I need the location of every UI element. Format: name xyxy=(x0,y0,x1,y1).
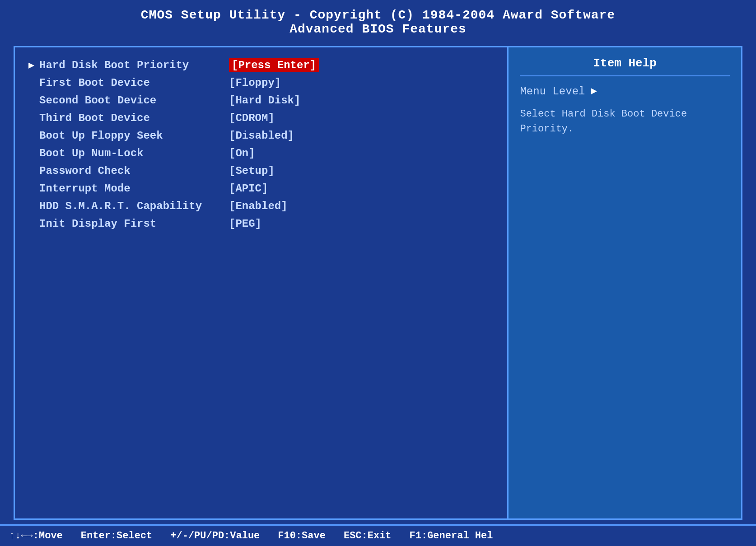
menu-container: ▶Hard Disk Boot Priority[Press Enter] Fi… xyxy=(28,56,494,233)
help-text: Select Hard Disk Boot Device Priority. xyxy=(520,107,730,136)
menu-item-3[interactable]: Third Boot Device[CDROM] xyxy=(28,109,494,127)
footer-key-exit: ESC:Exit xyxy=(344,530,392,541)
footer: ↑↓←→:Move Enter:Select +/-/PU/PD:Value F… xyxy=(0,524,756,546)
footer-key-help: F1:General Hel xyxy=(410,530,493,541)
footer-enter: Enter:Select xyxy=(81,530,152,541)
menu-label-3: Third Boot Device xyxy=(39,112,229,124)
menu-value-0: [Press Enter] xyxy=(229,59,319,71)
menu-item-5[interactable]: Boot Up Num-Lock[On] xyxy=(28,145,494,162)
menu-arrow-0: ▶ xyxy=(28,59,39,71)
menu-item-8[interactable]: HDD S.M.A.R.T. Capability[Enabled] xyxy=(28,197,494,215)
menu-label-2: Second Boot Device xyxy=(39,94,229,107)
menu-item-6[interactable]: Password Check[Setup] xyxy=(28,162,494,180)
header-title: CMOS Setup Utility - Copyright (C) 1984-… xyxy=(0,8,756,22)
menu-value-highlighted-0: [Press Enter] xyxy=(229,58,319,72)
left-pane: ▶Hard Disk Boot Priority[Press Enter] Fi… xyxy=(15,47,509,518)
footer-key-enter: Enter:Select xyxy=(81,530,152,541)
menu-label-9: Init Display First xyxy=(39,218,229,230)
menu-value-4: [Disabled] xyxy=(229,130,294,142)
footer-key-move: ↑↓←→:Move xyxy=(9,530,63,541)
bios-screen: CMOS Setup Utility - Copyright (C) 1984-… xyxy=(0,0,756,546)
menu-item-1[interactable]: First Boot Device[Floppy] xyxy=(28,74,494,92)
footer-value: +/-/PU/PD:Value xyxy=(170,530,260,541)
menu-value-5: [On] xyxy=(229,147,255,159)
footer-save: F10:Save xyxy=(278,530,326,541)
menu-item-7[interactable]: Interrupt Mode[APIC] xyxy=(28,180,494,197)
footer-key-value: +/-/PU/PD:Value xyxy=(170,530,260,541)
main-content: ▶Hard Disk Boot Priority[Press Enter] Fi… xyxy=(0,42,756,524)
header-subtitle: Advanced BIOS Features xyxy=(0,22,756,36)
footer-move: ↑↓←→:Move xyxy=(9,530,63,541)
footer-exit: ESC:Exit xyxy=(344,530,392,541)
menu-item-2[interactable]: Second Boot Device[Hard Disk] xyxy=(28,92,494,109)
menu-item-0[interactable]: ▶Hard Disk Boot Priority[Press Enter] xyxy=(28,56,494,74)
footer-key-save: F10:Save xyxy=(278,530,326,541)
menu-item-9[interactable]: Init Display First[PEG] xyxy=(28,215,494,233)
help-panel-title: Item Help xyxy=(520,56,730,76)
menu-label-5: Boot Up Num-Lock xyxy=(39,147,229,159)
menu-label-0: Hard Disk Boot Priority xyxy=(39,59,229,71)
footer-help: F1:General Hel xyxy=(410,530,493,541)
menu-level-row: Menu Level ► xyxy=(520,85,730,98)
menu-label-7: Interrupt Mode xyxy=(39,182,229,195)
menu-level-label: Menu Level xyxy=(520,85,585,98)
menu-label-8: HDD S.M.A.R.T. Capability xyxy=(39,200,229,212)
menu-value-9: [PEG] xyxy=(229,218,261,230)
menu-value-2: [Hard Disk] xyxy=(229,94,300,107)
menu-label-1: First Boot Device xyxy=(39,77,229,89)
menu-value-7: [APIC] xyxy=(229,182,268,195)
menu-value-6: [Setup] xyxy=(229,165,275,177)
header: CMOS Setup Utility - Copyright (C) 1984-… xyxy=(0,0,756,42)
panes: ▶Hard Disk Boot Priority[Press Enter] Fi… xyxy=(14,46,742,520)
menu-label-6: Password Check xyxy=(39,165,229,177)
menu-level-arrow: ► xyxy=(590,85,597,98)
menu-value-3: [CDROM] xyxy=(229,112,275,124)
menu-label-4: Boot Up Floppy Seek xyxy=(39,130,229,142)
right-pane: Item Help Menu Level ► Select Hard Disk … xyxy=(509,47,741,518)
menu-value-8: [Enabled] xyxy=(229,200,288,212)
menu-item-4[interactable]: Boot Up Floppy Seek[Disabled] xyxy=(28,127,494,145)
menu-value-1: [Floppy] xyxy=(229,77,281,89)
